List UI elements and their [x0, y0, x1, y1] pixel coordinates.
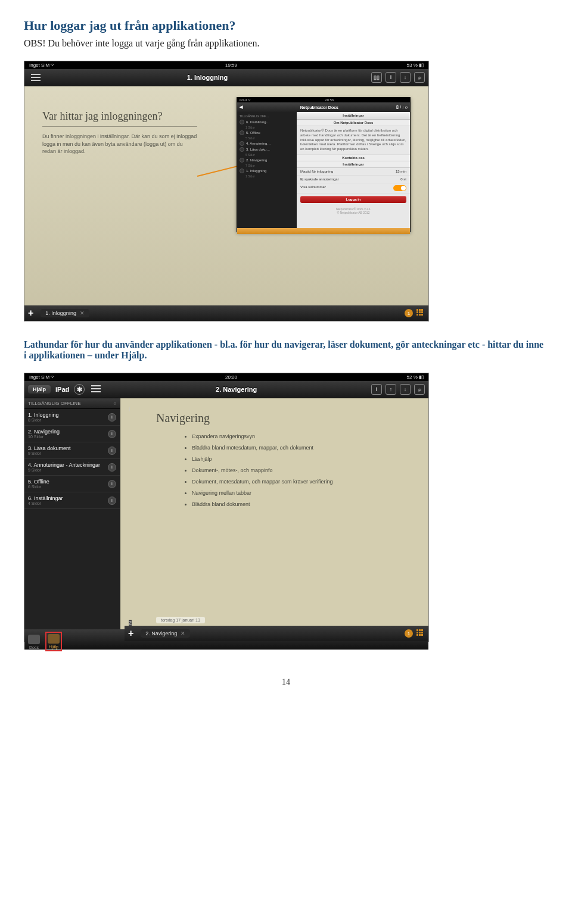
- nested-sidebar-item[interactable]: 4. Annotering…: [240, 141, 294, 146]
- setting-value: 0 st: [400, 177, 406, 181]
- dock-docs[interactable]: Docs: [28, 635, 40, 650]
- main-content: i Navigering Expandera navigeringsvynBlä…: [120, 398, 428, 629]
- sidebar-item[interactable]: 1. Inloggning8 Sidori: [24, 409, 120, 426]
- sidebar-item[interactable]: 4. Annoteringar - Anteckningar9 Sidori: [24, 459, 120, 476]
- close-icon[interactable]: ✕: [80, 310, 85, 316]
- add-tab-button[interactable]: +: [28, 308, 33, 319]
- status-battery: 53 % ▮▯: [407, 63, 424, 68]
- toc-item: Navigering mellan tabbar: [192, 490, 428, 496]
- close-icon[interactable]: ✕: [181, 630, 185, 636]
- info-icon[interactable]: i: [386, 72, 396, 83]
- tab-navigering[interactable]: 2. Navigering ✕: [141, 629, 190, 638]
- up-icon[interactable]: ↑: [386, 384, 396, 395]
- grid-view-icon[interactable]: [416, 309, 425, 317]
- nested-sidebar-sub: 1 Sidor: [245, 126, 294, 129]
- sidebar: TILLGÄNGLIG OFFLINE ○ 1. Inloggning8 Sid…: [24, 398, 120, 629]
- gear-icon[interactable]: ✻: [74, 384, 85, 395]
- toc-item: Expandera navigeringsvyn: [192, 433, 428, 439]
- toggle-switch[interactable]: [393, 185, 406, 191]
- setting-row-pagenum[interactable]: Visa sidnummer: [297, 183, 410, 193]
- nested-nav-bar: ◀ Netpublicator Docs ▯ i ↓ ⌕: [237, 102, 410, 112]
- tab-label: 2. Navigering: [145, 630, 177, 636]
- info-icon[interactable]: i: [108, 497, 116, 505]
- sidebar-header-label: TILLGÄNGLIG OFFLINE: [28, 401, 80, 406]
- contact-row[interactable]: Kontakta oss: [297, 155, 410, 161]
- sidebar-toggle-icon[interactable]: ○: [113, 401, 116, 406]
- dock-help[interactable]: Hjälp: [47, 633, 60, 650]
- nav-title: 2. Navigering: [101, 386, 371, 393]
- login-button[interactable]: Logga in: [300, 196, 406, 203]
- nav-bar: Hjälp iPad ✻ 2. Navigering i ↑ ↓ ⌕: [24, 381, 428, 398]
- nested-sidebar: TILLGÄNGLIG OFF… 6. Inställning…1 Sidor5…: [237, 112, 297, 228]
- nested-status-bar: iPad ᯤ 20:56: [237, 98, 410, 102]
- nested-sidebar-item[interactable]: 2. Navigering: [240, 158, 294, 163]
- setting-label: Visa sidnummer: [300, 185, 326, 191]
- bookmarks-icon[interactable]: ▯▯: [371, 72, 382, 83]
- menu-icon[interactable]: [30, 73, 41, 82]
- nested-sidebar-item[interactable]: 5. Offline: [240, 130, 294, 135]
- tab-bar: + 1. Inloggning ✕ 1: [24, 305, 428, 321]
- nested-sidebar-sub: 5 Sidor: [245, 153, 294, 157]
- doc-para-1: OBS! Du behöver inte logga ut varje gång…: [24, 38, 548, 49]
- nested-sidebar-item[interactable]: 1. Inloggning: [240, 168, 294, 173]
- nested-status-left: iPad ᯤ: [240, 98, 251, 102]
- tab-bar: + 2. Navigering ✕ 1: [125, 626, 428, 641]
- setting-row-unsynced[interactable]: Ej synkade annoteringar 0 st: [297, 176, 410, 183]
- copyright-line: © Netpublicator AB 2012: [299, 211, 408, 214]
- help-title: Var hittar jag inloggningen?: [42, 110, 197, 123]
- search-icon[interactable]: ⌕: [414, 384, 425, 395]
- nested-sidebar-item[interactable]: 3. Läsa doku…: [240, 147, 294, 152]
- nested-bottom-bar: [237, 228, 410, 234]
- screenshot-navigation: Inget SIM ᯤ 20:20 52 % ▮▯ Hjälp iPad ✻ 2…: [24, 373, 429, 642]
- tab-count-badge[interactable]: 1: [405, 309, 413, 317]
- help-text-panel: Var hittar jag inloggningen? Du finner i…: [42, 110, 197, 155]
- page-number-badge: 2: [129, 620, 132, 626]
- toc-item: Bläddra bland mötesdatum, mappar, och do…: [192, 445, 428, 451]
- sidebar-item[interactable]: 2. Navigering10 Sidori: [24, 426, 120, 442]
- settings-panel: Inställningar Om Netpublicator Docs Netp…: [297, 112, 410, 228]
- nav-title: 1. Inloggning: [43, 74, 371, 81]
- setting-value: 15 min: [396, 170, 406, 173]
- page-info-icon[interactable]: i: [129, 407, 130, 413]
- sidebar-header: TILLGÄNGLIG OFFLINE ○: [24, 398, 120, 409]
- nested-status-time: 20:56: [325, 98, 334, 102]
- add-tab-button[interactable]: +: [128, 628, 133, 639]
- status-battery: 52 % ▮▯: [407, 374, 424, 380]
- info-icon[interactable]: i: [108, 447, 116, 455]
- divider: [42, 126, 197, 127]
- tab-count-badge[interactable]: 1: [405, 629, 413, 638]
- screenshot-login: Inget SIM ᯤ 19:59 53 % ▮▯ 1. Inloggning …: [24, 61, 429, 321]
- info-icon[interactable]: i: [371, 384, 382, 395]
- sidebar-item[interactable]: 5. Offline6 Sidori: [24, 476, 120, 492]
- search-icon[interactable]: ⌕: [414, 72, 425, 83]
- info-icon[interactable]: i: [108, 480, 116, 488]
- info-icon[interactable]: i: [108, 463, 116, 472]
- document-canvas: Var hittar jag inloggningen? Du finner i…: [24, 86, 428, 305]
- info-icon[interactable]: i: [108, 430, 116, 438]
- status-left: Inget SIM ᯤ: [29, 374, 55, 380]
- toc-item: Läshjälp: [192, 456, 428, 462]
- sidebar-item[interactable]: 3. Läsa dokument9 Sidori: [24, 442, 120, 459]
- download-icon[interactable]: ↓: [400, 72, 411, 83]
- status-time: 19:59: [55, 63, 406, 68]
- download-icon[interactable]: ↓: [400, 384, 411, 395]
- back-button[interactable]: Hjälp: [28, 385, 51, 394]
- nested-sidebar-sub: 5 Sidor: [245, 136, 294, 140]
- nested-sidebar-header: TILLGÄNGLIG OFF…: [240, 114, 294, 118]
- date-caption: torsdag 17 januari 13: [156, 617, 205, 623]
- sidebar-item[interactable]: 6. Inställningar4 Sidori: [24, 492, 120, 509]
- about-header: Om Netpublicator Docs: [297, 120, 410, 126]
- about-body: Netpublicator® Docs är en plattform för …: [297, 126, 410, 155]
- setting-row-maxtime[interactable]: Maxtid för inloggning 15 min: [297, 168, 410, 176]
- menu-icon[interactable]: [91, 385, 101, 394]
- grid-view-icon[interactable]: [416, 629, 425, 638]
- help-body: Du finner inloggningen i inställningar. …: [42, 133, 197, 155]
- info-icon[interactable]: i: [108, 413, 116, 422]
- toc-item: Bläddra bland dokument: [192, 501, 428, 507]
- tab-label: 1. Inloggning: [45, 310, 76, 316]
- settings-header: Inställningar: [297, 112, 410, 120]
- nested-nav-title: Netpublicator Docs: [243, 105, 396, 110]
- tab-inloggning[interactable]: 1. Inloggning ✕: [41, 309, 89, 317]
- status-time: 20:20: [55, 374, 406, 380]
- nested-sidebar-item[interactable]: 6. Inställning…: [240, 120, 294, 124]
